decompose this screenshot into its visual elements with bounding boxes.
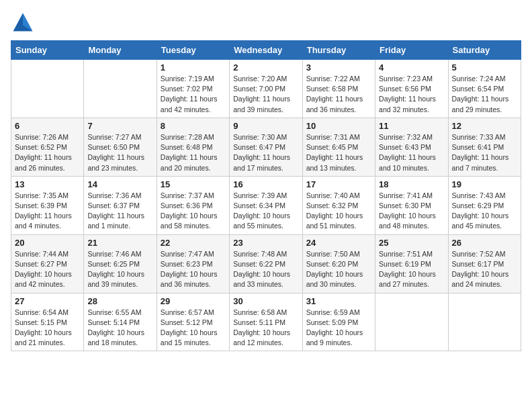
calendar-cell: 16Sunrise: 7:39 AM Sunset: 6:34 PM Dayli… xyxy=(230,176,302,234)
weekday-header: Friday xyxy=(375,41,448,60)
calendar-cell: 26Sunrise: 7:52 AM Sunset: 6:17 PM Dayli… xyxy=(448,234,521,293)
calendar-cell: 24Sunrise: 7:50 AM Sunset: 6:20 PM Dayli… xyxy=(302,234,375,293)
day-detail: Sunrise: 7:43 AM Sunset: 6:29 PM Dayligh… xyxy=(452,191,517,232)
day-number: 5 xyxy=(452,62,517,73)
weekday-header: Tuesday xyxy=(157,41,229,60)
day-number: 9 xyxy=(233,121,298,131)
calendar-cell: 2Sunrise: 7:20 AM Sunset: 7:00 PM Daylig… xyxy=(230,60,302,118)
calendar-table: SundayMondayTuesdayWednesdayThursdayFrid… xyxy=(11,40,521,351)
day-number: 26 xyxy=(452,238,517,248)
weekday-header: Saturday xyxy=(448,41,521,60)
calendar-cell xyxy=(11,60,84,118)
day-number: 14 xyxy=(87,179,152,189)
day-detail: Sunrise: 7:40 AM Sunset: 6:32 PM Dayligh… xyxy=(306,191,371,232)
day-number: 11 xyxy=(379,121,444,131)
day-detail: Sunrise: 7:36 AM Sunset: 6:37 PM Dayligh… xyxy=(87,191,152,232)
day-number: 21 xyxy=(87,238,152,248)
calendar-week-row: 1Sunrise: 7:19 AM Sunset: 7:02 PM Daylig… xyxy=(11,60,521,118)
calendar-cell: 22Sunrise: 7:47 AM Sunset: 6:23 PM Dayli… xyxy=(157,234,229,293)
day-number: 3 xyxy=(306,62,371,73)
calendar-cell: 20Sunrise: 7:44 AM Sunset: 6:27 PM Dayli… xyxy=(11,234,84,293)
day-detail: Sunrise: 7:19 AM Sunset: 7:02 PM Dayligh… xyxy=(161,74,226,115)
day-detail: Sunrise: 6:58 AM Sunset: 5:11 PM Dayligh… xyxy=(233,308,298,349)
calendar-cell: 31Sunrise: 6:59 AM Sunset: 5:09 PM Dayli… xyxy=(302,293,375,351)
calendar-header-row: SundayMondayTuesdayWednesdayThursdayFrid… xyxy=(11,41,521,60)
day-number: 31 xyxy=(306,296,371,306)
day-detail: Sunrise: 7:26 AM Sunset: 6:52 PM Dayligh… xyxy=(15,132,80,173)
day-detail: Sunrise: 7:30 AM Sunset: 6:47 PM Dayligh… xyxy=(233,132,298,173)
day-number: 29 xyxy=(161,296,226,306)
calendar-week-row: 20Sunrise: 7:44 AM Sunset: 6:27 PM Dayli… xyxy=(11,234,521,293)
calendar-cell: 9Sunrise: 7:30 AM Sunset: 6:47 PM Daylig… xyxy=(230,118,302,176)
day-number: 23 xyxy=(233,238,298,248)
day-detail: Sunrise: 6:55 AM Sunset: 5:14 PM Dayligh… xyxy=(87,308,152,349)
calendar-cell: 13Sunrise: 7:35 AM Sunset: 6:39 PM Dayli… xyxy=(11,176,84,234)
day-detail: Sunrise: 7:41 AM Sunset: 6:30 PM Dayligh… xyxy=(379,191,444,232)
day-number: 15 xyxy=(161,179,226,189)
calendar-cell: 30Sunrise: 6:58 AM Sunset: 5:11 PM Dayli… xyxy=(230,293,302,351)
calendar-cell: 7Sunrise: 7:27 AM Sunset: 6:50 PM Daylig… xyxy=(84,118,157,176)
day-number: 6 xyxy=(15,121,80,131)
day-number: 8 xyxy=(161,121,226,131)
day-detail: Sunrise: 7:28 AM Sunset: 6:48 PM Dayligh… xyxy=(161,132,226,173)
calendar-cell xyxy=(84,60,157,118)
calendar-cell: 18Sunrise: 7:41 AM Sunset: 6:30 PM Dayli… xyxy=(375,176,448,234)
day-detail: Sunrise: 7:31 AM Sunset: 6:45 PM Dayligh… xyxy=(306,132,371,173)
day-detail: Sunrise: 7:39 AM Sunset: 6:34 PM Dayligh… xyxy=(233,191,298,232)
day-detail: Sunrise: 7:51 AM Sunset: 6:19 PM Dayligh… xyxy=(379,249,444,290)
day-detail: Sunrise: 7:27 AM Sunset: 6:50 PM Dayligh… xyxy=(87,132,152,173)
calendar-cell: 19Sunrise: 7:43 AM Sunset: 6:29 PM Dayli… xyxy=(448,176,521,234)
calendar-cell: 27Sunrise: 6:54 AM Sunset: 5:15 PM Dayli… xyxy=(11,293,84,351)
day-detail: Sunrise: 6:54 AM Sunset: 5:15 PM Dayligh… xyxy=(15,308,80,349)
day-detail: Sunrise: 7:33 AM Sunset: 6:41 PM Dayligh… xyxy=(452,132,517,173)
day-detail: Sunrise: 7:52 AM Sunset: 6:17 PM Dayligh… xyxy=(452,249,517,290)
calendar-cell: 10Sunrise: 7:31 AM Sunset: 6:45 PM Dayli… xyxy=(302,118,375,176)
day-number: 16 xyxy=(233,179,298,189)
day-detail: Sunrise: 7:24 AM Sunset: 6:54 PM Dayligh… xyxy=(452,74,517,115)
day-number: 13 xyxy=(15,179,80,189)
day-detail: Sunrise: 7:32 AM Sunset: 6:43 PM Dayligh… xyxy=(379,132,444,173)
day-number: 24 xyxy=(306,238,371,248)
day-detail: Sunrise: 7:37 AM Sunset: 6:36 PM Dayligh… xyxy=(161,191,226,232)
day-detail: Sunrise: 7:48 AM Sunset: 6:22 PM Dayligh… xyxy=(233,249,298,290)
weekday-header: Monday xyxy=(84,41,157,60)
calendar-cell: 12Sunrise: 7:33 AM Sunset: 6:41 PM Dayli… xyxy=(448,118,521,176)
day-number: 17 xyxy=(306,179,371,189)
day-detail: Sunrise: 6:57 AM Sunset: 5:12 PM Dayligh… xyxy=(161,308,226,349)
calendar-week-row: 27Sunrise: 6:54 AM Sunset: 5:15 PM Dayli… xyxy=(11,293,521,351)
day-detail: Sunrise: 7:46 AM Sunset: 6:25 PM Dayligh… xyxy=(87,249,152,290)
day-detail: Sunrise: 7:22 AM Sunset: 6:58 PM Dayligh… xyxy=(306,74,371,115)
day-number: 27 xyxy=(15,296,80,306)
weekday-header: Thursday xyxy=(302,41,375,60)
calendar-cell xyxy=(448,293,521,351)
calendar-cell: 23Sunrise: 7:48 AM Sunset: 6:22 PM Dayli… xyxy=(230,234,302,293)
page-header xyxy=(11,11,521,35)
calendar-cell: 11Sunrise: 7:32 AM Sunset: 6:43 PM Dayli… xyxy=(375,118,448,176)
weekday-header: Wednesday xyxy=(230,41,302,60)
day-detail: Sunrise: 7:47 AM Sunset: 6:23 PM Dayligh… xyxy=(161,249,226,290)
day-detail: Sunrise: 7:20 AM Sunset: 7:00 PM Dayligh… xyxy=(233,74,298,115)
day-number: 12 xyxy=(452,121,517,131)
day-number: 19 xyxy=(452,179,517,189)
day-detail: Sunrise: 7:23 AM Sunset: 6:56 PM Dayligh… xyxy=(379,74,444,115)
day-number: 10 xyxy=(306,121,371,131)
day-detail: Sunrise: 7:35 AM Sunset: 6:39 PM Dayligh… xyxy=(15,191,80,232)
calendar-cell: 25Sunrise: 7:51 AM Sunset: 6:19 PM Dayli… xyxy=(375,234,448,293)
day-detail: Sunrise: 7:50 AM Sunset: 6:20 PM Dayligh… xyxy=(306,249,371,290)
calendar-cell xyxy=(375,293,448,351)
day-detail: Sunrise: 7:44 AM Sunset: 6:27 PM Dayligh… xyxy=(15,249,80,290)
calendar-cell: 14Sunrise: 7:36 AM Sunset: 6:37 PM Dayli… xyxy=(84,176,157,234)
calendar-cell: 6Sunrise: 7:26 AM Sunset: 6:52 PM Daylig… xyxy=(11,118,84,176)
calendar-cell: 3Sunrise: 7:22 AM Sunset: 6:58 PM Daylig… xyxy=(302,60,375,118)
day-number: 28 xyxy=(87,296,152,306)
calendar-cell: 28Sunrise: 6:55 AM Sunset: 5:14 PM Dayli… xyxy=(84,293,157,351)
calendar-cell: 1Sunrise: 7:19 AM Sunset: 7:02 PM Daylig… xyxy=(157,60,229,118)
day-detail: Sunrise: 6:59 AM Sunset: 5:09 PM Dayligh… xyxy=(306,308,371,349)
calendar-week-row: 6Sunrise: 7:26 AM Sunset: 6:52 PM Daylig… xyxy=(11,118,521,176)
logo xyxy=(11,11,38,35)
calendar-cell: 4Sunrise: 7:23 AM Sunset: 6:56 PM Daylig… xyxy=(375,60,448,118)
day-number: 18 xyxy=(379,179,444,189)
day-number: 1 xyxy=(161,62,226,73)
calendar-cell: 15Sunrise: 7:37 AM Sunset: 6:36 PM Dayli… xyxy=(157,176,229,234)
calendar-cell: 29Sunrise: 6:57 AM Sunset: 5:12 PM Dayli… xyxy=(157,293,229,351)
